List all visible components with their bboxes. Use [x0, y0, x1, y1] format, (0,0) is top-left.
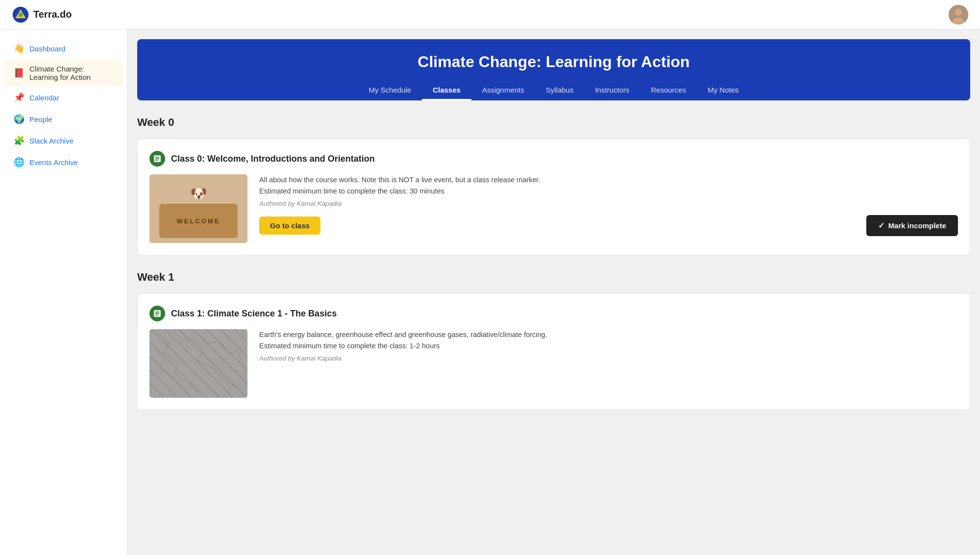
sidebar-item-calendar[interactable]: 📌 Calendar	[4, 87, 123, 108]
class-1-authored: Authored by Kamal Kapadia	[259, 355, 958, 362]
sidebar-item-slack-archive[interactable]: 🧩 Slack Archive	[4, 130, 123, 151]
class-0-description: All about how the course works. Note thi…	[259, 174, 958, 197]
sidebar-item-label-climate-change: Climate Change: Learning for Action	[29, 65, 113, 81]
mark-incomplete-0-button[interactable]: ✓ Mark incomplete	[866, 215, 958, 236]
sidebar-item-label-events: Events Archive	[29, 158, 78, 167]
class-0-card: Class 0: Welcome, Introductions and Orie…	[137, 139, 970, 255]
class-0-header: Class 0: Welcome, Introductions and Orie…	[149, 151, 958, 167]
slack-icon: 🧩	[14, 135, 24, 146]
class-1-description: Earth's energy balance, greenhouse effec…	[259, 329, 958, 352]
class-1-card: Class 1: Climate Science 1 - The Basics	[137, 293, 970, 410]
class-1-icon	[149, 306, 165, 321]
sidebar-item-people[interactable]: 🌍 People	[4, 109, 123, 129]
class-0-actions: Go to class ✓ Mark incomplete	[259, 215, 958, 236]
week-1-section: Week 1 Class 1: Climate Science 1 - The …	[137, 267, 970, 410]
class-1-thumbnail	[149, 329, 247, 398]
tab-assignments[interactable]: Assignments	[471, 81, 535, 100]
sidebar-item-climate-change[interactable]: 📕 Climate Change: Learning for Action	[4, 60, 123, 86]
class-0-authored: Authored by Kamal Kapadia	[259, 200, 958, 207]
people-icon: 🌍	[14, 114, 24, 124]
sidebar-item-events-archive[interactable]: 🌐 Events Archive	[4, 152, 123, 172]
week-0-section: Week 0 Class 0: Welcome, Introductions a…	[137, 112, 970, 255]
sidebar-item-label-people: People	[29, 115, 52, 123]
tab-classes[interactable]: Classes	[422, 81, 471, 100]
climate-change-icon: 📕	[14, 68, 24, 78]
class-0-title: Class 0: Welcome, Introductions and Orie…	[171, 154, 375, 164]
logo-icon	[12, 6, 29, 24]
svg-point-2	[19, 12, 23, 17]
svg-rect-15	[149, 329, 247, 398]
checkmark-icon-0: ✓	[878, 221, 884, 230]
content-area: Climate Change: Learning for Action My S…	[127, 29, 980, 555]
logo-area[interactable]: Terra.do	[12, 6, 72, 24]
sidebar: 👋 Dashboard 📕 Climate Change: Learning f…	[0, 29, 127, 555]
sidebar-item-label-calendar: Calendar	[29, 94, 59, 102]
mark-incomplete-0-label: Mark incomplete	[888, 221, 946, 230]
svg-rect-14	[149, 329, 247, 398]
sidebar-item-label-slack: Slack Archive	[29, 137, 74, 145]
week-0-label: Week 0	[137, 112, 970, 133]
class-1-header: Class 1: Climate Science 1 - The Basics	[149, 306, 958, 321]
class-0-thumbnail: 🐶 WELCOME	[149, 174, 247, 243]
class-1-info: Earth's energy balance, greenhouse effec…	[259, 329, 958, 370]
tab-instructors[interactable]: Instructors	[584, 81, 640, 100]
class-0-info: All about how the course works. Note thi…	[259, 174, 958, 236]
events-icon: 🌐	[14, 157, 24, 168]
go-to-class-0-button[interactable]: Go to class	[259, 217, 320, 235]
user-avatar[interactable]	[949, 5, 968, 24]
logo-text: Terra.do	[33, 9, 72, 20]
calendar-icon: 📌	[14, 92, 24, 103]
sidebar-item-label-dashboard: Dashboard	[29, 45, 65, 53]
dashboard-icon: 👋	[14, 43, 24, 54]
course-tabs: My Schedule Classes Assignments Syllabus…	[147, 81, 960, 100]
tab-resources[interactable]: Resources	[640, 81, 697, 100]
week-1-label: Week 1	[137, 267, 970, 288]
sidebar-item-dashboard[interactable]: 👋 Dashboard	[4, 38, 123, 59]
main-layout: 👋 Dashboard 📕 Climate Change: Learning f…	[0, 29, 980, 555]
class-1-body: Earth's energy balance, greenhouse effec…	[149, 329, 958, 398]
tab-syllabus[interactable]: Syllabus	[535, 81, 585, 100]
tab-my-schedule[interactable]: My Schedule	[358, 81, 422, 100]
tab-my-notes[interactable]: My Notes	[697, 81, 749, 100]
top-nav: Terra.do	[0, 0, 980, 29]
class-0-body: 🐶 WELCOME All about how the course works…	[149, 174, 958, 243]
class-1-title: Class 1: Climate Science 1 - The Basics	[171, 309, 337, 319]
class-0-icon	[149, 151, 165, 167]
course-header: Climate Change: Learning for Action My S…	[137, 39, 970, 100]
svg-point-4	[955, 9, 962, 16]
course-title: Climate Change: Learning for Action	[147, 53, 960, 71]
